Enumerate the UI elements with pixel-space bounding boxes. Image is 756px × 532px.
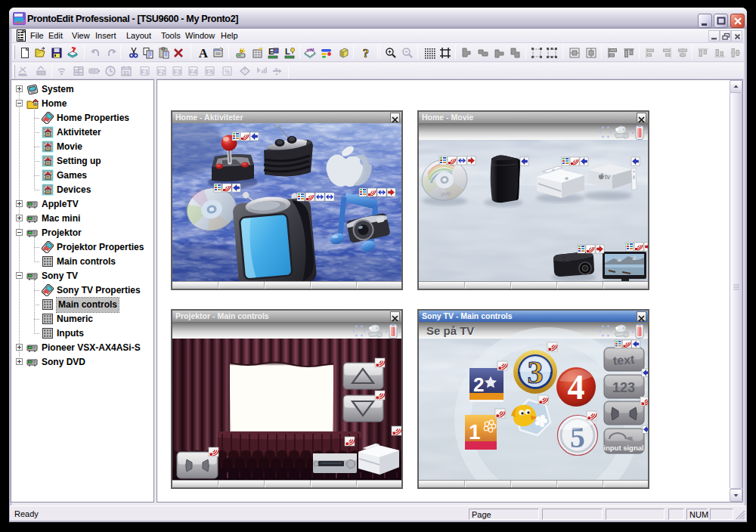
- svg-text:3: 3: [528, 355, 544, 390]
- svg-text:F2: F2: [158, 68, 166, 76]
- svg-text:text: text: [612, 353, 635, 367]
- svg-text:E: E: [268, 47, 274, 56]
- svg-text:F3: F3: [174, 68, 181, 76]
- svg-text:123: 123: [612, 380, 635, 395]
- svg-text:F1: F1: [141, 68, 149, 76]
- svg-text:input signal: input signal: [603, 444, 643, 452]
- svg-text:F5: F5: [206, 68, 214, 76]
- svg-text:½: ½: [225, 68, 230, 76]
- svg-text:4: 4: [568, 368, 585, 407]
- svg-text:tv: tv: [605, 173, 611, 181]
- svg-text:F4: F4: [190, 68, 197, 76]
- svg-text:31: 31: [123, 70, 129, 76]
- svg-text:A: A: [199, 47, 209, 59]
- svg-text:L: L: [285, 47, 290, 56]
- svg-text:?: ?: [363, 47, 369, 59]
- svg-text:Se på TV: Se på TV: [426, 324, 474, 337]
